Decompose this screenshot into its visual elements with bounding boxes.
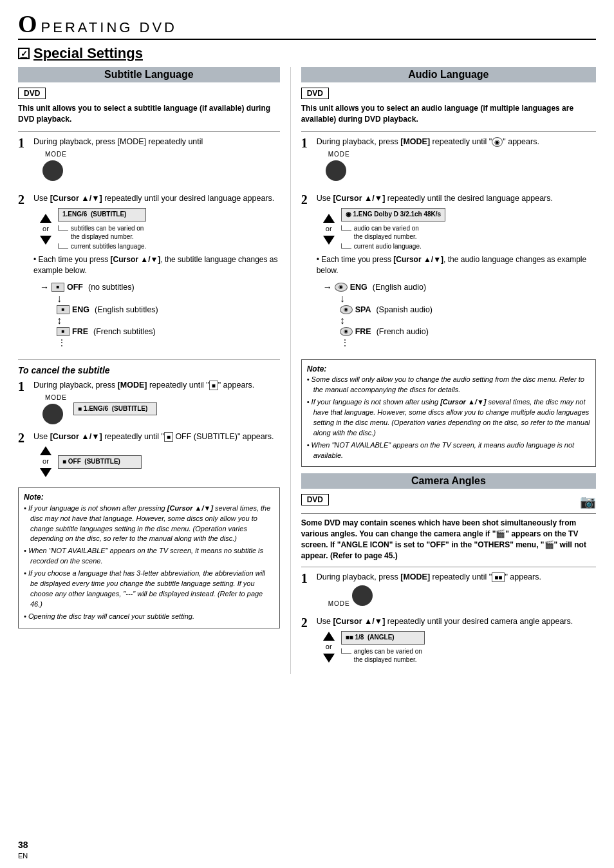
up-arrow-sub	[40, 214, 51, 223]
special-settings-title: ✓ Special Settings	[18, 45, 596, 62]
down-arrow-sub	[40, 236, 51, 245]
mode-button-audio1	[326, 160, 346, 181]
camera-dvd-badge: DVD	[301, 494, 329, 505]
mode-button-sub1	[42, 160, 63, 181]
audio-language-title: Audio Language	[301, 67, 596, 82]
header-title: PERATING DVD	[41, 19, 177, 36]
camera-desc: Some DVD may contain scenes which have b…	[301, 518, 596, 561]
cancel-screen1: ■ 1.ENG/6 (SUBTITLE)	[73, 402, 157, 416]
up-arrow-cancel	[40, 446, 51, 455]
audio-desc: This unit allows you to select an audio …	[301, 103, 596, 125]
subtitle-step2: 2 Use [Cursor ▲/▼] repeatedly until your…	[18, 193, 280, 352]
subtitle-screen1: 1.ENG/6 (SUBTITLE)	[58, 208, 146, 222]
audio-cycle: → ◉ ENG (English audio) ↓ ◉ SPA (Spanish…	[323, 281, 596, 349]
camera-step2: 2 Use [Cursor ▲/▼] repeatedly until your…	[301, 616, 596, 668]
camera-screen: ■■ 1/8 (ANGLE)	[341, 631, 425, 645]
audio-screen1: ◉ 1.ENG Dolby D 3/2.1ch 48K/s	[341, 208, 446, 222]
subtitle-dvd-badge: DVD	[18, 88, 46, 99]
subtitle-language-title: Subtitle Language	[18, 67, 280, 82]
mode-button-cancel1	[42, 404, 63, 424]
audio-step2: 2 Use [Cursor ▲/▼] repeatedly until the …	[301, 193, 596, 352]
checkbox-icon: ✓	[18, 48, 30, 59]
subtitle-cycle: → ■ OFF (no subtitles) ↓ ■ ENG (English …	[40, 281, 280, 349]
audio-dvd-badge: DVD	[301, 88, 329, 99]
camera-angles-title: Camera Angles	[301, 473, 596, 489]
subtitle-note-box: Note: • If your language is not shown af…	[18, 487, 280, 628]
right-column: Audio Language DVD This unit allows you …	[291, 67, 596, 674]
audio-note-box: Note: • Some discs will only allow you t…	[301, 359, 596, 467]
left-column: Subtitle Language DVD This unit allows y…	[18, 67, 291, 674]
camera-angles-section: Camera Angles DVD 📷 Some DVD may contain…	[301, 473, 596, 667]
up-arrow-camera	[323, 632, 335, 641]
header-letter-o: O	[18, 12, 37, 36]
cancel-subtitle-title: To cancel the subtitle	[18, 359, 280, 375]
up-arrow-audio	[323, 214, 335, 223]
down-arrow-audio	[323, 236, 335, 245]
page-header: O PERATING DVD	[18, 12, 596, 40]
audio-step1: 1 During playback, press [MODE] repeated…	[301, 136, 596, 187]
cancel-step1: 1 During playback, press [MODE] repeated…	[18, 379, 280, 425]
mode-button-camera1	[352, 585, 373, 606]
cancel-screen2: ■ OFF (SUBTITLE)	[58, 455, 142, 469]
subtitle-desc: This unit allows you to select a subtitl…	[18, 103, 280, 125]
cancel-step2: 2 Use [Cursor ▲/▼] repeatedly until "■ O…	[18, 431, 280, 481]
page-number: 38 EN	[18, 840, 28, 860]
camera-icon: 📷	[580, 494, 596, 509]
down-arrow-cancel	[40, 468, 51, 477]
camera-step1: 1 During playback, press [MODE] repeated…	[301, 571, 596, 609]
down-arrow-camera	[323, 654, 335, 663]
subtitle-step1: 1 During playback, press [MODE] repeated…	[18, 136, 280, 187]
